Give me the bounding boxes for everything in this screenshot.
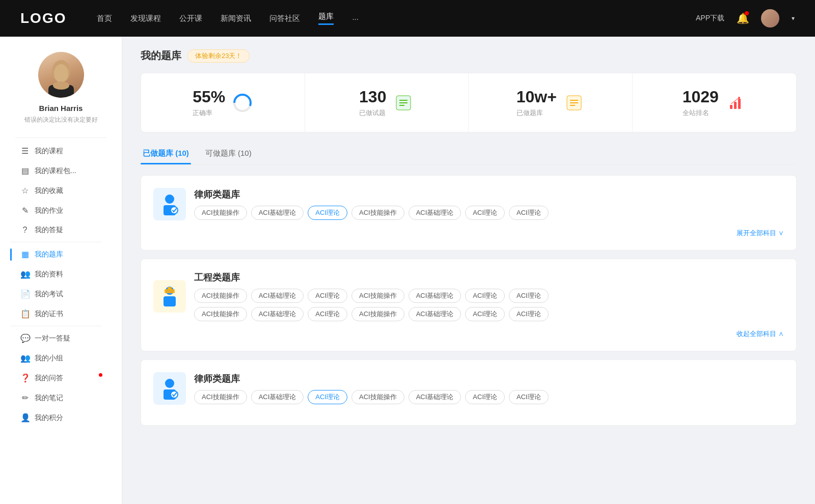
svg-point-26 bbox=[165, 379, 174, 388]
tag-item-active[interactable]: ACI理论 bbox=[308, 390, 347, 404]
sidebar-item-label: 我的收藏 bbox=[35, 186, 63, 195]
page-layout: Brian Harris 错误的决定比没有决定要好 ☰ 我的课程 ▤ 我的课程包… bbox=[0, 37, 815, 504]
app-download-button[interactable]: APP下载 bbox=[696, 14, 724, 23]
sidebar: Brian Harris 错误的决定比没有决定要好 ☰ 我的课程 ▤ 我的课程包… bbox=[0, 37, 122, 504]
sidebar-item-my-course[interactable]: ☰ 我的课程 bbox=[10, 141, 112, 161]
sidebar-item-qa[interactable]: ? 我的答疑 bbox=[10, 220, 112, 240]
tag-item[interactable]: ACI技能操作 bbox=[351, 289, 404, 303]
svg-rect-15 bbox=[730, 105, 732, 109]
sidebar-item-points[interactable]: 👤 我的积分 bbox=[10, 408, 112, 428]
sidebar-item-label: 我的考试 bbox=[35, 290, 63, 299]
tag-item[interactable]: ACI技能操作 bbox=[194, 289, 247, 303]
nav-links: 首页 发现课程 公开课 新闻资讯 问答社区 题库 ··· bbox=[97, 12, 696, 25]
nav-exam[interactable]: 题库 bbox=[318, 12, 334, 25]
sidebar-item-exam[interactable]: 📄 我的考试 bbox=[10, 284, 112, 304]
done-questions-icon bbox=[393, 93, 414, 113]
stat-rank-label: 全站排名 bbox=[683, 108, 719, 118]
tag-item[interactable]: ACI理论 bbox=[465, 289, 505, 303]
avatar[interactable] bbox=[761, 9, 779, 27]
notification-dot bbox=[99, 373, 102, 377]
tag-item[interactable]: ACI基础理论 bbox=[251, 289, 304, 303]
points-icon: 👤 bbox=[20, 413, 30, 423]
course-pack-icon: ▤ bbox=[20, 166, 30, 176]
tag-item[interactable]: ACI基础理论 bbox=[409, 289, 461, 303]
tag-item[interactable]: ACI理论 bbox=[465, 390, 505, 404]
tag-item-active[interactable]: ACI理论 bbox=[308, 206, 347, 220]
sidebar-item-group[interactable]: 👥 我的小组 bbox=[10, 348, 112, 368]
collapse-button[interactable]: 收起全部科目 ∧ bbox=[153, 329, 784, 339]
tags-row-2-row2: ACI技能操作 ACI基础理论 ACI理论 ACI技能操作 ACI基础理论 AC… bbox=[194, 307, 784, 321]
tag-item[interactable]: ACI理论 bbox=[509, 206, 549, 220]
page-title: 我的题库 bbox=[141, 49, 181, 63]
navbar: LOGO 首页 发现课程 公开课 新闻资讯 问答社区 题库 ··· APP下载 … bbox=[0, 0, 815, 37]
group-icon: 👥 bbox=[20, 353, 30, 363]
sidebar-item-certificate[interactable]: 📋 我的证书 bbox=[10, 304, 112, 324]
svg-point-21 bbox=[171, 207, 178, 214]
tag-item[interactable]: ACI基础理论 bbox=[409, 206, 461, 220]
nav-news[interactable]: 新闻资讯 bbox=[221, 14, 251, 23]
tag-item[interactable]: ACI技能操作 bbox=[351, 307, 404, 321]
tags-row-2-row1: ACI技能操作 ACI基础理论 ACI理论 ACI技能操作 ACI基础理论 AC… bbox=[194, 289, 784, 303]
divider-1 bbox=[15, 137, 107, 138]
svg-rect-25 bbox=[168, 287, 172, 290]
tag-item[interactable]: ACI技能操作 bbox=[194, 390, 247, 404]
nav-more[interactable]: ··· bbox=[352, 14, 359, 23]
sidebar-menu: ☰ 我的课程 ▤ 我的课程包... ☆ 我的收藏 ✎ 我的作业 ? 我的答疑 ▦ bbox=[0, 141, 122, 428]
tag-item[interactable]: ACI理论 bbox=[509, 289, 549, 303]
tag-item[interactable]: ACI理论 bbox=[509, 307, 549, 321]
sidebar-item-label: 我的作业 bbox=[35, 206, 63, 215]
homework-icon: ✎ bbox=[20, 206, 30, 215]
nav-open[interactable]: 公开课 bbox=[179, 14, 202, 23]
stat-banks-label: 已做题库 bbox=[517, 108, 557, 118]
stat-banks-value: 10w+ bbox=[517, 88, 557, 106]
tab-available-banks[interactable]: 可做题库 (10) bbox=[203, 145, 254, 164]
sidebar-item-homework[interactable]: ✎ 我的作业 bbox=[10, 201, 112, 220]
stat-accuracy: 55% 正确率 bbox=[141, 73, 305, 132]
bank-card-lawyer-2: 律师类题库 ACI技能操作 ACI基础理论 ACI理论 ACI技能操作 ACI基… bbox=[141, 359, 797, 426]
tag-item[interactable]: ACI技能操作 bbox=[194, 307, 247, 321]
stat-rank: 1029 全站排名 bbox=[633, 73, 797, 132]
certificate-icon: 📋 bbox=[20, 309, 30, 319]
sidebar-item-label: 一对一答疑 bbox=[35, 334, 70, 343]
rank-icon bbox=[726, 93, 746, 113]
sidebar-item-notes[interactable]: ✏ 我的笔记 bbox=[10, 388, 112, 408]
sidebar-item-exam-bank[interactable]: ▦ 我的题库 bbox=[10, 244, 112, 264]
tab-done-banks[interactable]: 已做题库 (10) bbox=[141, 145, 191, 164]
nav-qa[interactable]: 问答社区 bbox=[269, 14, 300, 23]
tag-item[interactable]: ACI基础理论 bbox=[251, 206, 304, 220]
sidebar-item-course-pack[interactable]: ▤ 我的课程包... bbox=[10, 161, 112, 181]
sidebar-item-my-qa[interactable]: ❓ 我的问答 bbox=[10, 368, 112, 388]
tag-item[interactable]: ACI理论 bbox=[308, 307, 347, 321]
nav-home[interactable]: 首页 bbox=[97, 14, 112, 23]
sidebar-item-label: 我的积分 bbox=[35, 413, 63, 423]
exam-icon: 📄 bbox=[20, 289, 30, 299]
tag-item[interactable]: ACI技能操作 bbox=[351, 206, 404, 220]
expand-button-1[interactable]: 展开全部科目 ∨ bbox=[153, 229, 784, 238]
tag-item[interactable]: ACI理论 bbox=[509, 390, 549, 404]
chevron-down-icon[interactable]: ▾ bbox=[792, 15, 795, 22]
user-motto: 错误的决定比没有决定要好 bbox=[24, 116, 98, 124]
notes-icon: ✏ bbox=[20, 393, 30, 403]
bank-card-title-3: 律师类题库 bbox=[194, 373, 549, 385]
tag-item[interactable]: ACI基础理论 bbox=[409, 390, 461, 404]
sidebar-item-one-on-one[interactable]: 💬 一对一答疑 bbox=[10, 328, 112, 348]
nav-discover[interactable]: 发现课程 bbox=[130, 14, 161, 23]
tag-item[interactable]: ACI技能操作 bbox=[351, 390, 404, 404]
chat-icon: 💬 bbox=[20, 333, 30, 343]
sidebar-item-profile[interactable]: 👥 我的资料 bbox=[10, 264, 112, 284]
star-icon: ☆ bbox=[20, 186, 30, 195]
done-banks-icon bbox=[564, 93, 584, 113]
tag-item[interactable]: ACI理论 bbox=[308, 289, 347, 303]
tags-row-1: ACI技能操作 ACI基础理论 ACI理论 ACI技能操作 ACI基础理论 AC… bbox=[194, 206, 549, 220]
trial-badge: 体验剩余23天！ bbox=[187, 49, 250, 63]
tag-item[interactable]: ACI基础理论 bbox=[251, 307, 304, 321]
tag-item[interactable]: ACI基础理论 bbox=[409, 307, 461, 321]
tag-item[interactable]: ACI技能操作 bbox=[194, 206, 247, 220]
tag-item[interactable]: ACI理论 bbox=[465, 206, 505, 220]
bell-button[interactable]: 🔔 bbox=[735, 10, 751, 26]
tag-item[interactable]: ACI理论 bbox=[465, 307, 505, 321]
stat-done-label: 已做试题 bbox=[359, 108, 386, 118]
sidebar-item-label: 我的小组 bbox=[35, 354, 63, 363]
tag-item[interactable]: ACI基础理论 bbox=[251, 390, 304, 404]
sidebar-item-favorites[interactable]: ☆ 我的收藏 bbox=[10, 181, 112, 201]
